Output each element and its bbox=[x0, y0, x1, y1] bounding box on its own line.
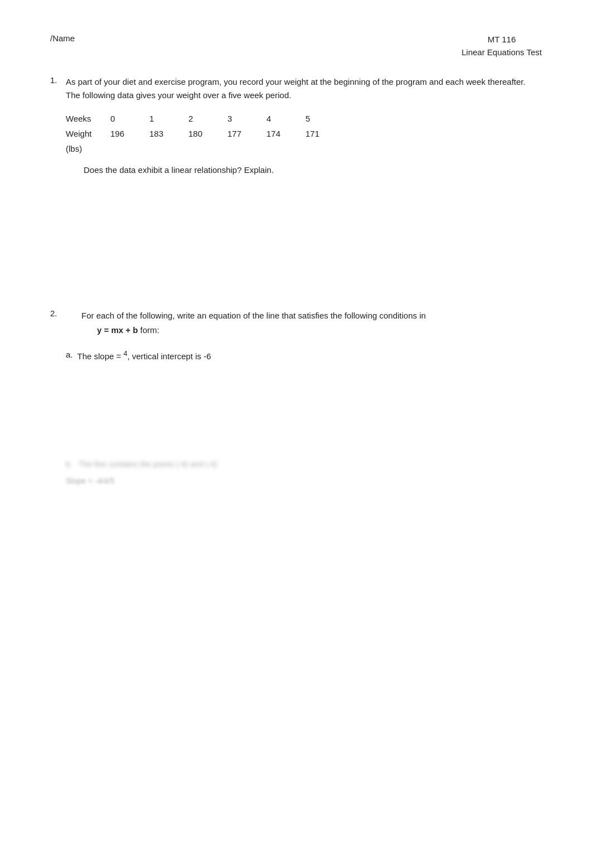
q2-container: 2. For each of the following, write an e… bbox=[50, 308, 542, 337]
week-2: 2 bbox=[188, 111, 227, 126]
weeks-label: Weeks bbox=[66, 111, 110, 126]
q1-sub-question: Does the data exhibit a linear relations… bbox=[84, 165, 542, 175]
weight-2: 180 bbox=[188, 126, 227, 141]
part-a-answer-space bbox=[50, 369, 542, 447]
weight-5: 171 bbox=[305, 126, 344, 141]
q1-text: As part of your diet and exercise progra… bbox=[66, 75, 542, 102]
weight-3: 177 bbox=[227, 126, 266, 141]
q1-container: 1. As part of your diet and exercise pro… bbox=[50, 75, 542, 102]
weight-row: Weight 196 183 180 177 174 171 bbox=[66, 126, 542, 141]
weight-0: 196 bbox=[110, 126, 149, 141]
name-label: /Name bbox=[50, 33, 75, 43]
units-row: (lbs) bbox=[66, 141, 542, 156]
week-1: 1 bbox=[149, 111, 188, 126]
part-b-answer-space bbox=[50, 488, 542, 566]
week-5: 5 bbox=[305, 111, 344, 126]
week-3: 3 bbox=[227, 111, 266, 126]
weight-1: 183 bbox=[149, 126, 188, 141]
part-b-blurred-text: b. The line contains the points (-4) and… bbox=[66, 458, 542, 470]
q2-text: For each of the following, write an equa… bbox=[81, 308, 426, 337]
q1-number: 1. bbox=[50, 75, 61, 85]
question-1: 1. As part of your diet and exercise pro… bbox=[50, 75, 542, 286]
weight-4: 174 bbox=[266, 126, 305, 141]
week-4: 4 bbox=[266, 111, 305, 126]
q2-part-a: a. The slope = 4, vertical intercept is … bbox=[66, 348, 542, 363]
course-info: MT 116 Linear Equations Test bbox=[462, 33, 542, 59]
course-number: MT 116 bbox=[462, 33, 542, 46]
page-header: /Name MT 116 Linear Equations Test bbox=[50, 33, 542, 59]
q1-answer-space bbox=[50, 175, 542, 286]
part-a-label: a. bbox=[66, 348, 73, 361]
data-table: Weeks 0 1 2 3 4 5 Weight 196 183 180 177… bbox=[66, 111, 542, 156]
q2-number: 2. bbox=[50, 308, 61, 318]
test-name: Linear Equations Test bbox=[462, 46, 542, 59]
question-2: 2. For each of the following, write an e… bbox=[50, 308, 542, 566]
part-a-text: The slope = 4, vertical intercept is -6 bbox=[77, 348, 211, 363]
slope-numerator: 4 bbox=[123, 350, 127, 358]
weeks-row: Weeks 0 1 2 3 4 5 bbox=[66, 111, 542, 126]
q2-text-content: For each of the following, write an equa… bbox=[81, 311, 426, 320]
q2-part-a-label-container: a. The slope = 4, vertical intercept is … bbox=[66, 348, 542, 363]
equation-form: y = mx + b bbox=[97, 325, 140, 335]
weight-label: Weight bbox=[66, 126, 110, 141]
part-b-blurred-answer: Slope = -4/4/5 bbox=[66, 475, 542, 487]
q2-part-b: b. The line contains the points (-4) and… bbox=[66, 458, 542, 488]
units-label: (lbs) bbox=[66, 141, 110, 156]
week-0: 0 bbox=[110, 111, 149, 126]
equation-suffix: form: bbox=[140, 325, 159, 335]
